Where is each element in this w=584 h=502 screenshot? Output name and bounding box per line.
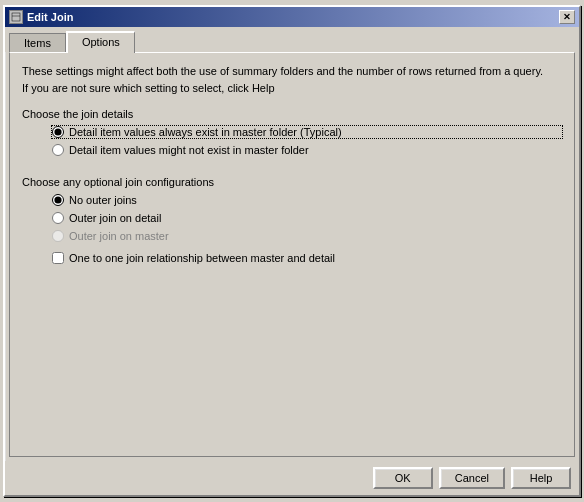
radio-outer-join-master: Outer join on master bbox=[52, 230, 562, 242]
radio-outer-join-master-input bbox=[52, 230, 64, 242]
cancel-button[interactable]: Cancel bbox=[439, 467, 505, 489]
join-details-radio-group: Detail item values always exist in maste… bbox=[22, 126, 562, 156]
svg-rect-0 bbox=[12, 13, 20, 21]
checkbox-group: One to one join relationship between mas… bbox=[22, 252, 562, 264]
tab-bar: Items Options bbox=[5, 27, 579, 52]
radio-outer-join-detail-input[interactable] bbox=[52, 212, 64, 224]
radio-detail-always[interactable]: Detail item values always exist in maste… bbox=[52, 126, 562, 138]
title-bar: Edit Join ✕ bbox=[5, 7, 579, 27]
window-icon bbox=[9, 10, 23, 24]
optional-join-radio-group: No outer joins Outer join on detail Oute… bbox=[22, 194, 562, 242]
optional-join-section: Choose any optional join configurations … bbox=[22, 176, 562, 264]
tab-options[interactable]: Options bbox=[66, 31, 135, 53]
radio-detail-always-input[interactable] bbox=[52, 126, 64, 138]
edit-join-window: Edit Join ✕ Items Options These settings… bbox=[3, 5, 581, 497]
description-text: These settings might affect both the use… bbox=[22, 63, 562, 100]
section2-title: Choose any optional join configurations bbox=[22, 176, 218, 188]
checkbox-one-to-one[interactable]: One to one join relationship between mas… bbox=[52, 252, 562, 264]
section1-header: Choose the join details bbox=[22, 108, 562, 120]
radio-outer-join-detail[interactable]: Outer join on detail bbox=[52, 212, 562, 224]
ok-button[interactable]: OK bbox=[373, 467, 433, 489]
checkbox-one-to-one-input[interactable] bbox=[52, 252, 64, 264]
join-details-section: Choose the join details Detail item valu… bbox=[22, 108, 562, 160]
tab-items[interactable]: Items bbox=[9, 33, 66, 52]
section1-title: Choose the join details bbox=[22, 108, 137, 120]
content-area: These settings might affect both the use… bbox=[9, 52, 575, 457]
radio-detail-might-not[interactable]: Detail item values might not exist in ma… bbox=[52, 144, 562, 156]
button-bar: OK Cancel Help bbox=[5, 461, 579, 495]
radio-no-outer-joins-input[interactable] bbox=[52, 194, 64, 206]
section2-header: Choose any optional join configurations bbox=[22, 176, 562, 188]
radio-no-outer-joins[interactable]: No outer joins bbox=[52, 194, 562, 206]
radio-detail-might-not-input[interactable] bbox=[52, 144, 64, 156]
help-button[interactable]: Help bbox=[511, 467, 571, 489]
close-button[interactable]: ✕ bbox=[559, 10, 575, 24]
window-title: Edit Join bbox=[27, 11, 73, 23]
